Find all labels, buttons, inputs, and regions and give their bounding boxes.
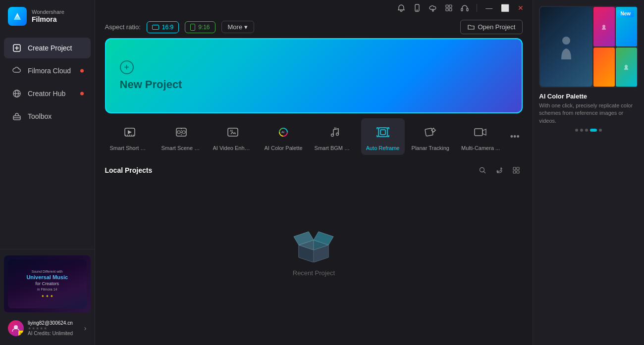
svg-rect-26 [228,128,238,136]
svg-rect-14 [446,5,448,7]
smart-scene-cut-icon [171,122,191,142]
ai-tool-ai-video-enhance[interactable]: AI AI Video Enhan... [208,118,258,155]
carousel-dot-1[interactable] [580,129,583,132]
smart-short-clip-icon [120,122,140,142]
multi-camera-icon [471,122,490,142]
open-project-button[interactable]: Open Project [460,20,523,34]
nav-items: Create Project Filmora Cloud Creator Hub [0,33,95,249]
ai-tool-auto-reframe[interactable]: Auto Reframe [361,118,405,155]
refresh-projects-button[interactable] [493,164,506,177]
search-projects-button[interactable] [476,164,489,177]
aspect-16-9-button[interactable]: 16:9 [147,21,179,33]
ad-banner[interactable]: Sound Different with Universal Music for… [4,255,91,312]
svg-rect-17 [449,8,452,11]
ai-tool-smart-short-clip[interactable]: Smart Short Cli... [105,118,155,155]
sidebar-item-filmora-cloud-label: Filmora Cloud [28,67,71,75]
new-project-plus-icon: + [120,60,134,74]
svg-rect-41 [475,129,483,136]
ai-tool-smart-scene-cut[interactable]: Smart Scene Cut [157,118,206,155]
more-button[interactable]: More ▾ [221,21,255,33]
empty-text: Recent Project [293,269,335,277]
sidebar-item-create-project[interactable]: Create Project [4,38,91,58]
main-content: — ⬜ ✕ Aspect ratio: 16:9 9:16 More ▾ Ope… [95,0,533,345]
carousel-dot-4[interactable] [599,129,602,132]
ad-banner-content: Sound Different with Universal Music for… [4,255,91,312]
sidebar-bottom: Sound Different with Universal Music for… [0,249,95,345]
ai-tool-planar-tracking[interactable]: Planar Tracking [407,118,454,155]
minimize-button[interactable]: — [483,2,495,14]
svg-rect-19 [467,8,468,11]
user-stars: ★★★★★ [28,326,80,331]
local-projects-title: Local Projects [105,166,473,174]
toolbox-icon [12,111,22,121]
cloud-icon[interactable] [427,2,439,14]
svg-rect-16 [446,8,448,11]
close-button[interactable]: ✕ [515,2,527,14]
user-credits: AI Credits: Unlimited [28,331,80,336]
planar-tracking-label: Planar Tracking [412,145,449,151]
aspect-ratio-label: Aspect ratio: [105,23,141,31]
user-profile[interactable]: V liying82@300624.cn ★★★★★ AI Credits: U… [4,317,91,339]
right-panel: New [533,0,644,345]
aspect-9-16-button[interactable]: 9:16 [185,21,215,33]
new-project-content: + New Project [120,60,182,91]
header-area: Aspect ratio: 16:9 9:16 More ▾ Open Proj… [95,16,533,38]
creator-hub-icon [12,89,22,99]
smart-short-clip-label: Smart Short Cli... [110,145,150,151]
auto-reframe-label: Auto Reframe [366,145,400,151]
local-projects-header: Local Projects [95,160,533,179]
promo-title: AI Color Palette [539,93,638,100]
apps-icon[interactable] [443,2,455,14]
notification-icon[interactable] [395,2,407,14]
ai-color-palette-icon: AI [273,122,293,142]
carousel-dot-3[interactable] [590,129,597,132]
smart-bgm-gen-icon: AI [324,122,344,142]
sidebar-item-toolbox[interactable]: Toolbox [4,106,91,127]
smart-bgm-gen-label: Smart BGM Ge... [315,145,354,151]
ai-tool-smart-bgm-gen[interactable]: AI Smart BGM Ge... [310,118,359,155]
titlebar-divider [477,4,477,12]
ai-video-enhance-icon: AI [223,122,243,142]
svg-rect-34 [380,130,385,135]
svg-text:AI: AI [230,129,233,132]
create-project-icon [12,43,22,53]
svg-rect-35 [425,128,433,136]
carousel-dots [539,129,638,132]
svg-rect-15 [449,5,452,7]
maximize-button[interactable]: ⬜ [499,2,511,14]
right-panel-card: New [533,0,644,345]
logo-app: Filmora [32,15,64,24]
mobile-icon[interactable] [411,2,423,14]
local-projects-actions [476,164,523,177]
promo-image: New [539,6,638,88]
logo-text: Wondershare Filmora [32,9,64,24]
headset-icon[interactable] [459,2,471,14]
auto-reframe-icon [373,122,393,142]
sidebar-item-filmora-cloud[interactable]: Filmora Cloud [4,60,91,81]
ai-video-enhance-label: AI Video Enhan... [213,145,253,151]
user-more-button[interactable]: › [84,324,87,332]
smart-scene-cut-label: Smart Scene Cut [161,145,201,151]
logo-area: Wondershare Filmora [0,0,95,33]
ai-color-palette-label: AI Color Palette [265,145,303,151]
ai-tool-multi-camera[interactable]: Multi-Camera ... [456,118,505,155]
carousel-dot-0[interactable] [575,129,578,132]
new-project-banner[interactable]: + New Project [105,38,523,113]
svg-text:AI: AI [281,131,284,134]
carousel-dot-2[interactable] [585,129,588,132]
svg-point-24 [177,131,180,134]
sidebar-item-creator-hub[interactable]: Creator Hub [4,83,91,104]
ai-tools-more-button[interactable]: ••• [507,129,523,145]
svg-text:AI: AI [334,127,337,130]
promo-desc: With one click, precisely replicate colo… [539,102,638,125]
filmora-cloud-icon [12,66,22,76]
logo-brand: Wondershare [32,9,64,15]
folder-icon [468,24,475,31]
sidebar: Wondershare Filmora Create Project [0,0,95,345]
svg-point-48 [562,37,570,45]
grid-view-button[interactable] [510,164,523,177]
landscape-icon [152,25,159,30]
ai-tool-ai-color-palette[interactable]: AI AI Color Palette [260,118,308,155]
new-project-label: New Project [120,78,182,91]
user-name: liying82@300624.cn [28,320,80,326]
